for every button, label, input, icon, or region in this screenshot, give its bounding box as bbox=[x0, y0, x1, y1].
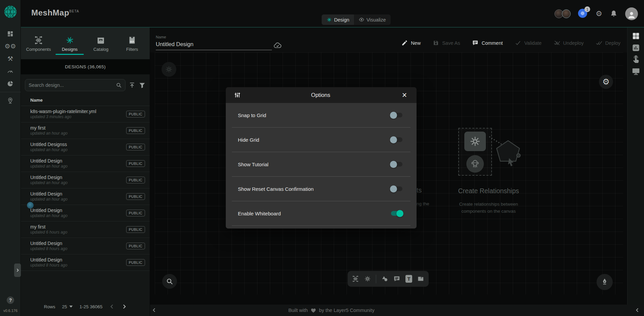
tab-components[interactable]: Components bbox=[24, 32, 52, 55]
mode-visualize[interactable]: Visualize bbox=[354, 14, 391, 25]
pen-nib-icon bbox=[600, 278, 609, 286]
heart-icon bbox=[311, 308, 316, 313]
tab-designs-label: Designs bbox=[62, 47, 78, 52]
design-name: k8s-wasm-plugin-ratelimiter.yml bbox=[30, 109, 126, 114]
design-updated: updated 6 hours ago bbox=[30, 230, 126, 235]
option-label: Show Tutorial bbox=[238, 162, 269, 167]
text-tool-icon[interactable]: T bbox=[405, 275, 413, 283]
design-row[interactable]: Untitled Designupdated an hour agoPUBLIC bbox=[21, 172, 150, 188]
design-name: Untitled Designss bbox=[30, 142, 126, 147]
design-updated: updated 3 minutes ago bbox=[30, 114, 126, 119]
tab-catalog[interactable]: Catalog bbox=[87, 32, 115, 55]
design-row[interactable]: Untitled Designssupdated an hour agoPUBL… bbox=[21, 139, 150, 155]
shapes-tool-icon[interactable] bbox=[381, 275, 388, 283]
visibility-badge: PUBLIC bbox=[126, 144, 145, 150]
user-avatar[interactable] bbox=[625, 7, 638, 20]
media-tool-icon[interactable] bbox=[417, 275, 424, 283]
tab-filters[interactable]: Filters bbox=[118, 32, 146, 55]
design-row[interactable]: Untitled Designupdated 8 hours agoPUBLIC bbox=[21, 238, 150, 254]
snap-to-grid-toggle[interactable] bbox=[391, 113, 402, 117]
mode-design[interactable]: Design bbox=[322, 14, 354, 25]
next-page-button[interactable] bbox=[121, 304, 127, 309]
save-as-button[interactable]: Save As bbox=[433, 40, 460, 46]
validate-button[interactable]: Validate bbox=[515, 40, 541, 46]
design-name: Untitled Design bbox=[30, 257, 126, 263]
upload-design-icon[interactable] bbox=[129, 82, 136, 89]
designs-count-header: DESIGNS (36,065) bbox=[21, 59, 150, 74]
undeploy-button[interactable]: Undeploy bbox=[554, 40, 584, 46]
enable-whiteboard-toggle[interactable] bbox=[391, 211, 402, 216]
notifications-bell-icon[interactable] bbox=[610, 10, 618, 18]
settings-gear-icon[interactable]: ⚙ bbox=[596, 10, 602, 18]
rows-per-page-select[interactable]: 25 bbox=[62, 304, 73, 309]
panel-grid-icon[interactable] bbox=[632, 32, 640, 40]
pencil-icon bbox=[401, 40, 408, 46]
version-label: v0.6.176 bbox=[0, 309, 21, 313]
kubernetes-context-chip[interactable]: 1 bbox=[578, 9, 588, 19]
prev-page-button[interactable] bbox=[109, 304, 115, 309]
design-row[interactable]: Untitled Designupdated an hour agoPUBLIC bbox=[21, 205, 150, 221]
metrics-chart-icon[interactable] bbox=[632, 43, 640, 52]
filter-icon[interactable] bbox=[139, 82, 146, 89]
footer-collapse-right-icon[interactable] bbox=[635, 308, 640, 313]
hide-grid-toggle[interactable] bbox=[391, 137, 402, 142]
kubernetes-tool-icon[interactable] bbox=[364, 275, 371, 283]
show-reset-canvas-confirmation-toggle[interactable] bbox=[391, 186, 402, 191]
display-monitor-icon[interactable] bbox=[632, 67, 640, 76]
chevron-right-icon bbox=[15, 268, 20, 272]
design-row[interactable]: k8s-wasm-plugin-ratelimiter.ymlupdated 3… bbox=[21, 106, 150, 122]
canvas-pen-button[interactable] bbox=[597, 274, 613, 290]
comment-button[interactable]: Comment bbox=[472, 40, 503, 46]
touch-interaction-icon[interactable] bbox=[632, 55, 640, 64]
header-right: 1 ⚙ bbox=[554, 0, 638, 28]
design-row[interactable]: Untitled Designupdated 8 hours agoPUBLIC bbox=[21, 254, 150, 271]
pagination: Rows 25 1-25 36065 bbox=[21, 297, 150, 316]
design-name-input[interactable] bbox=[156, 41, 272, 50]
search-box bbox=[25, 79, 126, 91]
comment-icon bbox=[472, 40, 478, 46]
design-row[interactable]: Untitled Designupdated an hour agoPUBLIC bbox=[21, 188, 150, 205]
nav-meshmap[interactable] bbox=[0, 94, 21, 107]
close-icon[interactable]: × bbox=[400, 91, 408, 99]
nav-dashboard[interactable] bbox=[0, 28, 21, 40]
mode-design-label: Design bbox=[334, 17, 349, 23]
design-row[interactable]: Untitled Designupdated an hour agoPUBLIC bbox=[21, 155, 150, 172]
canvas-dock: T bbox=[348, 271, 429, 287]
comment-tool-icon[interactable] bbox=[393, 275, 400, 283]
design-name: Untitled Design bbox=[30, 175, 126, 180]
collaborator-avatars[interactable] bbox=[554, 9, 571, 18]
design-row[interactable]: my firstupdated 6 hours agoPUBLIC bbox=[21, 221, 150, 238]
rows-per-page-value: 25 bbox=[62, 304, 67, 309]
options-modal-title: Options bbox=[241, 92, 400, 98]
design-name: my first bbox=[30, 224, 126, 230]
canvas-settings-button[interactable]: ⚙ bbox=[599, 75, 613, 89]
visibility-badge: PUBLIC bbox=[126, 226, 145, 233]
tab-designs[interactable]: Designs bbox=[56, 32, 84, 55]
collaborator-avatar-2[interactable] bbox=[562, 9, 571, 18]
person-icon bbox=[627, 10, 637, 20]
design-row[interactable]: my firstupdated an hour agoPUBLIC bbox=[21, 122, 150, 139]
nav-toolkit[interactable]: ⚒ bbox=[0, 52, 21, 65]
help-button[interactable]: ? bbox=[7, 296, 14, 304]
search-input[interactable] bbox=[29, 82, 116, 88]
canvas-topbar: Name New Save As Comment Validate Undepl… bbox=[150, 28, 627, 52]
deploy-button[interactable]: Deploy bbox=[596, 40, 620, 46]
layer5-logo[interactable] bbox=[0, 0, 21, 24]
designs-sidebar: Components Designs Catalog Filters DESIG… bbox=[21, 28, 150, 316]
options-modal: Options × Snap to Grid Hide Grid Show Tu… bbox=[226, 87, 417, 229]
validate-label: Validate bbox=[524, 40, 541, 46]
design-name: Untitled Design bbox=[30, 208, 126, 213]
design-updated: updated an hour ago bbox=[30, 197, 126, 202]
nav-lifecycle[interactable]: ⚙⚙ bbox=[0, 40, 21, 52]
canvas-zoom-button[interactable] bbox=[162, 274, 177, 289]
meshmap-app: MeshMapBETA Design Visualize 1 ⚙ bbox=[0, 0, 644, 316]
footer-collapse-left-icon[interactable] bbox=[152, 308, 157, 313]
show-tutorial-toggle[interactable] bbox=[391, 162, 402, 167]
nav-extensions[interactable] bbox=[0, 77, 21, 90]
canvas-k8s-button[interactable] bbox=[162, 62, 176, 77]
expand-rail-handle[interactable] bbox=[14, 264, 21, 277]
new-button[interactable]: New bbox=[401, 40, 421, 46]
nav-performance[interactable] bbox=[0, 65, 21, 77]
right-tool-rail bbox=[627, 28, 644, 305]
add-component-icon[interactable] bbox=[352, 275, 359, 283]
